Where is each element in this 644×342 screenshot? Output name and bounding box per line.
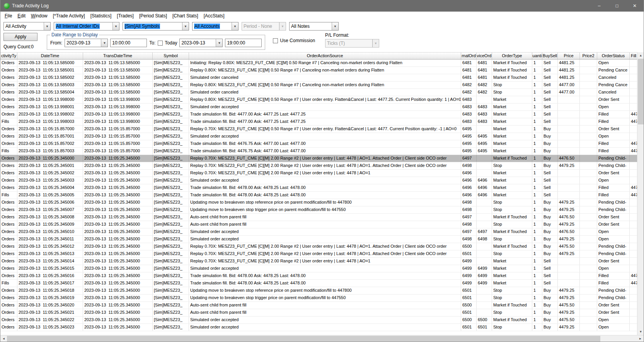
table-row[interactable]: Orders2023-09-13 11:05:25.3450122023-09-… (0, 243, 637, 250)
table-row[interactable]: Orders2023-09-13 11:05:25.3450022023-09-… (0, 170, 637, 177)
from-time-input[interactable] (110, 39, 147, 47)
menu-item-window[interactable]: Window (28, 12, 50, 20)
table-cell: 4481.25 (558, 74, 580, 81)
table-row[interactable]: Orders2023-09-13 11:05:25.3450082023-09-… (0, 214, 637, 221)
table-cell: 4475.50 (558, 243, 580, 250)
column-header-transdatetime[interactable]: TransDateTime (83, 53, 153, 59)
table-row[interactable]: Orders2023-09-13 11:05:25.3450182023-09-… (0, 287, 637, 294)
column-header-ordertype[interactable]: OrderType (492, 53, 532, 59)
column-header-datetime[interactable]: DateTime (17, 53, 83, 59)
maximize-button[interactable]: □ (608, 0, 626, 12)
table-cell (558, 272, 580, 279)
table-cell: 2023-09-13 11:05:13.998000 (83, 96, 153, 103)
column-header-price[interactable]: Price (558, 53, 580, 59)
menu-item-trades[interactable]: [Trades] (114, 12, 136, 20)
scroll-down-icon[interactable]: ▼ (637, 328, 644, 335)
table-row[interactable]: Orders2023-09-13 11:05:25.3450062023-09-… (0, 199, 637, 206)
table-row[interactable]: Orders2023-09-13 11:05:15.8570012023-09-… (0, 133, 637, 140)
close-button[interactable]: ✕ (626, 0, 644, 12)
chevron-down-icon[interactable]: ▼ (232, 22, 238, 30)
table-row[interactable]: Orders2023-09-13 11:05:25.3450162023-09-… (0, 272, 637, 280)
table-row[interactable]: Orders2023-09-13 11:05:25.3450142023-09-… (0, 258, 637, 265)
menu-item-edit[interactable]: Edit (15, 12, 28, 20)
menu-item-trade-activity[interactable]: [*Trade Activity] (50, 12, 88, 20)
table-row[interactable]: Orders2023-09-13 11:05:13.5850032023-09-… (0, 82, 637, 89)
minimize-button[interactable]: – (590, 0, 608, 12)
table-row[interactable]: Fills2023-09-13 11:05:25.3450052023-09-1… (0, 192, 637, 199)
apply-button[interactable]: Apply (3, 33, 37, 41)
menu-item-period-stats[interactable]: [Period Stats] (136, 12, 170, 20)
table-row[interactable]: Orders2023-09-13 11:05:25.3450212023-09-… (0, 309, 637, 316)
table-row[interactable]: Orders2023-09-13 11:05:25.3450102023-09-… (0, 228, 637, 236)
chevron-down-icon[interactable]: ▼ (44, 22, 50, 30)
table-row[interactable]: Orders2023-09-13 11:05:15.8570002023-09-… (0, 126, 637, 133)
to-date-combo[interactable]: 2023-09-13 ▼ (179, 39, 223, 47)
table-row[interactable]: Orders2023-09-13 11:05:13.9980022023-09-… (0, 111, 637, 118)
table-row[interactable]: Orders2023-09-13 11:05:25.3450192023-09-… (0, 294, 637, 302)
chevron-down-icon[interactable]: ▼ (112, 22, 119, 30)
menu-item-chart-stats[interactable]: [Chart Stats] (170, 12, 201, 20)
table-row[interactable]: Orders2023-09-13 11:05:13.9980012023-09-… (0, 104, 637, 111)
table-row[interactable]: Orders2023-09-13 11:05:25.3450232023-09-… (0, 324, 637, 331)
table-row[interactable]: Orders2023-09-13 11:05:13.5850012023-09-… (0, 67, 637, 74)
chevron-down-icon[interactable]: ▼ (182, 22, 189, 30)
use-commission-checkbox[interactable] (273, 38, 278, 43)
column-header-price2[interactable]: Price2 (580, 53, 597, 59)
column-header-orderactionsource[interactable]: OrderActionSource (189, 53, 461, 59)
vertical-scroll-thumb[interactable] (638, 59, 644, 124)
menu-item-file[interactable]: File (2, 12, 15, 20)
to-time-input[interactable] (225, 39, 262, 47)
table-row[interactable]: Orders2023-09-13 11:05:25.3450202023-09-… (0, 302, 637, 309)
table-row[interactable]: Orders2023-09-13 11:05:13.5850042023-09-… (0, 89, 637, 96)
table-cell: 2023-09-13 11:05:25.345000 (83, 214, 153, 221)
notes-filter-combo[interactable]: All Notes ▼ (289, 22, 339, 31)
table-row[interactable]: Orders2023-09-13 11:05:25.3450012023-09-… (0, 162, 637, 170)
horizontal-scrollbar[interactable]: ◄ ► (0, 335, 644, 342)
chevron-down-icon[interactable]: ▼ (216, 39, 222, 47)
table-cell: 1 (532, 96, 542, 103)
column-header-buysell[interactable]: BuySell (542, 53, 558, 59)
table-row[interactable]: Orders2023-09-13 11:05:25.3450152023-09-… (0, 265, 637, 272)
table-row[interactable]: Orders2023-09-13 11:05:25.3450042023-09-… (0, 184, 637, 192)
activity-filter-combo[interactable]: All Activity ▼ (3, 22, 51, 31)
column-header-rnalord[interactable]: rnalOrd (461, 53, 477, 59)
table-cell: Buy (542, 199, 558, 206)
table-cell: 2023-09-13 11:05:25.345002 (17, 170, 83, 177)
chevron-down-icon[interactable]: ▼ (332, 22, 338, 30)
scroll-left-icon[interactable]: ◄ (0, 335, 7, 342)
table-row[interactable]: Orders2023-09-13 11:05:25.3450222023-09-… (0, 316, 637, 324)
column-header-orderstatus[interactable]: OrderStatus (597, 53, 630, 59)
table-row[interactable]: Orders2023-09-13 11:05:25.3450132023-09-… (0, 250, 637, 258)
from-date-combo[interactable]: 2023-09-13 ▼ (65, 39, 108, 47)
column-header-symbol[interactable]: Symbol (153, 53, 189, 59)
table-row[interactable]: Orders2023-09-13 11:05:15.8570022023-09-… (0, 140, 637, 148)
horizontal-scroll-thumb[interactable] (7, 336, 600, 342)
table-row[interactable]: Fills2023-09-13 11:05:15.8570032023-09-1… (0, 148, 637, 155)
column-header-ctivityty[interactable]: ctivityTy (0, 53, 17, 59)
table-row[interactable]: Fills2023-09-13 11:05:25.3450172023-09-1… (0, 280, 637, 287)
column-header-uanti[interactable]: uanti (532, 53, 542, 59)
table-row[interactable]: Orders2023-09-13 11:05:13.5850002023-09-… (0, 60, 637, 67)
column-header-fill[interactable]: Fill (630, 53, 637, 59)
table-row[interactable]: Fills2023-09-13 11:05:13.9980032023-09-1… (0, 118, 637, 126)
internal-order-ids-combo[interactable]: All Internal Order IDs ▼ (54, 22, 119, 31)
table-cell (630, 302, 637, 309)
vertical-scrollbar[interactable]: ▲ ▼ (637, 52, 644, 335)
scroll-right-icon[interactable]: ► (637, 335, 644, 342)
table-row[interactable]: Orders2023-09-13 11:05:25.3450002023-09-… (0, 155, 637, 162)
symbols-filter-combo[interactable]: [Sim]All Symbols ▼ (123, 22, 189, 31)
accounts-filter-combo[interactable]: All Accounts ▼ (192, 22, 239, 31)
table-row[interactable]: Orders2023-09-13 11:05:25.3450032023-09-… (0, 177, 637, 184)
table-row[interactable]: Orders2023-09-13 11:05:25.3450092023-09-… (0, 221, 637, 228)
chevron-down-icon[interactable]: ▼ (101, 39, 107, 47)
table-row[interactable]: Orders2023-09-13 11:05:25.3450112023-09-… (0, 236, 637, 243)
column-header-viceord[interactable]: viceOrd (477, 53, 492, 59)
table-row[interactable]: Orders2023-09-13 11:05:13.9980002023-09-… (0, 96, 637, 104)
table-row[interactable]: Orders2023-09-13 11:05:13.5850022023-09-… (0, 74, 637, 82)
menu-item-accstats[interactable]: [AccStats] (201, 12, 227, 20)
table-cell: [Sim]MESZ23_ (153, 236, 189, 243)
scroll-up-icon[interactable]: ▲ (637, 52, 644, 59)
menu-item-statistics[interactable]: [Statistics] (88, 12, 114, 20)
table-row[interactable]: Orders2023-09-13 11:05:25.3450072023-09-… (0, 206, 637, 214)
today-checkbox[interactable] (158, 41, 163, 46)
